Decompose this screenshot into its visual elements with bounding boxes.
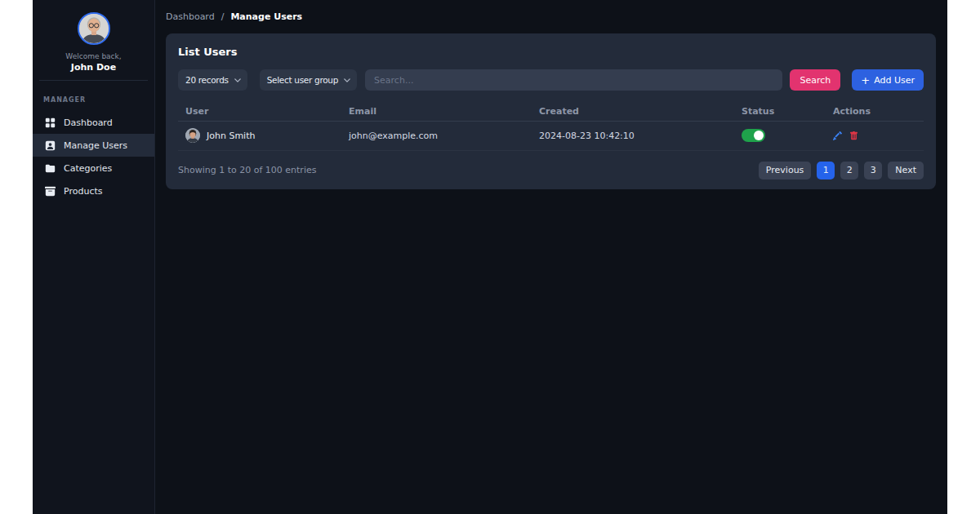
profile-block: Welcome back, John Doe xyxy=(33,0,154,73)
user-name: John Smith xyxy=(207,131,255,141)
add-user-label: Add User xyxy=(874,75,915,86)
folder-icon xyxy=(45,163,56,174)
user-cell: John Smith xyxy=(185,128,341,143)
col-header-actions: Actions xyxy=(826,102,924,121)
app-window: Welcome back, John Doe MANAGER Dashboard… xyxy=(33,0,947,514)
col-header-created: Created xyxy=(532,102,734,121)
chevron-down-icon xyxy=(234,78,241,82)
showing-entries-text: Showing 1 to 20 of 100 entries xyxy=(178,165,316,175)
grid-icon xyxy=(45,117,56,128)
row-avatar xyxy=(185,128,200,143)
sidebar-nav: Dashboard Manage Users Categories Produc… xyxy=(33,111,154,202)
user-badge-icon xyxy=(45,140,56,151)
section-label: MANAGER xyxy=(43,96,154,104)
records-select[interactable]: 20 records xyxy=(178,69,247,91)
sidebar-item-label: Categories xyxy=(64,163,112,174)
col-header-user: User xyxy=(178,102,341,121)
sidebar-divider xyxy=(39,80,148,81)
sidebar: Welcome back, John Doe MANAGER Dashboard… xyxy=(33,0,155,514)
list-users-card: List Users 20 records Select user group … xyxy=(166,33,936,189)
add-user-button[interactable]: + Add User xyxy=(852,69,924,91)
breadcrumb-separator: / xyxy=(221,11,225,22)
main-content: Dashboard / Manage Users List Users 20 r… xyxy=(155,0,947,514)
user-group-select-value: Select user group xyxy=(267,75,338,85)
table-row: John Smith john@example.com 2024-08-23 1… xyxy=(178,121,924,150)
pagination-page-2[interactable]: 2 xyxy=(840,162,858,179)
breadcrumb-dashboard[interactable]: Dashboard xyxy=(166,11,215,22)
user-email: john@example.com xyxy=(341,121,532,150)
sidebar-item-dashboard[interactable]: Dashboard xyxy=(33,111,154,134)
table-controls: 20 records Select user group Search + Ad… xyxy=(178,69,924,91)
edit-icon[interactable] xyxy=(833,131,842,140)
delete-icon[interactable] xyxy=(849,131,858,140)
col-header-status: Status xyxy=(734,102,826,121)
toggle-knob xyxy=(754,131,764,140)
pagination-previous[interactable]: Previous xyxy=(759,162,812,179)
sidebar-item-label: Dashboard xyxy=(64,117,113,128)
actions-cell xyxy=(833,131,924,140)
breadcrumb-current: Manage Users xyxy=(230,11,302,22)
sidebar-item-label: Manage Users xyxy=(64,140,127,151)
col-header-email: Email xyxy=(341,102,532,121)
pagination-next[interactable]: Next xyxy=(888,162,924,179)
card-title: List Users xyxy=(178,46,924,58)
breadcrumb: Dashboard / Manage Users xyxy=(166,11,947,22)
username: John Doe xyxy=(33,62,154,73)
plus-icon: + xyxy=(861,75,870,86)
chevron-down-icon xyxy=(344,78,350,82)
users-table: User Email Created Status Actions xyxy=(178,102,924,151)
sidebar-item-categories[interactable]: Categories xyxy=(33,157,154,179)
archive-icon xyxy=(45,186,56,197)
sidebar-item-manage-users[interactable]: Manage Users xyxy=(33,134,154,157)
pagination: Previous 1 2 3 Next xyxy=(759,162,924,179)
search-button[interactable]: Search xyxy=(790,69,840,91)
sidebar-item-products[interactable]: Products xyxy=(33,179,154,202)
welcome-text: Welcome back, xyxy=(33,52,154,60)
search-input[interactable] xyxy=(365,69,782,91)
pagination-page-3[interactable]: 3 xyxy=(864,162,882,179)
records-select-value: 20 records xyxy=(185,75,229,85)
sidebar-item-label: Products xyxy=(64,186,103,197)
user-group-select[interactable]: Select user group xyxy=(260,69,357,91)
status-toggle[interactable] xyxy=(742,129,765,142)
avatar xyxy=(78,12,110,45)
user-created: 2024-08-23 10:42:10 xyxy=(532,121,734,150)
pagination-page-1[interactable]: 1 xyxy=(817,162,835,179)
card-footer: Showing 1 to 20 of 100 entries Previous … xyxy=(178,162,924,179)
